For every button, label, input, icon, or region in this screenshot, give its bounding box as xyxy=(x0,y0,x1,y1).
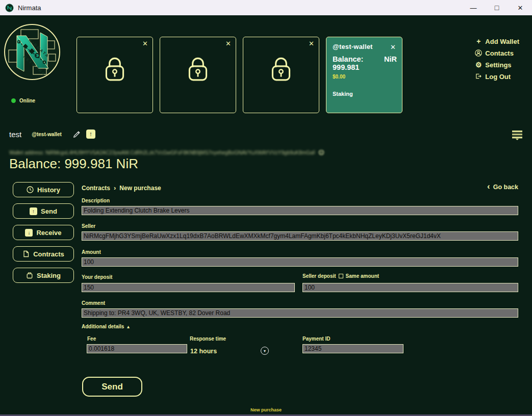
go-back-label: Go back xyxy=(493,184,518,191)
wallet-cards-row: ✕ ✕ ✕ xyxy=(77,37,402,113)
response-time-dropdown[interactable]: ▼ xyxy=(261,347,269,355)
seller-input[interactable] xyxy=(82,231,518,241)
wallet-handle: @test-wallet xyxy=(333,43,397,50)
wallet-balance: Balance: 999.981 xyxy=(333,55,384,71)
chevron-left-icon: ‹ xyxy=(487,182,490,191)
gear-icon: ⚙ xyxy=(475,61,482,68)
plus-icon: + xyxy=(475,38,482,45)
payment-id-label: Payment ID xyxy=(302,336,330,342)
document-icon xyxy=(22,250,30,257)
wallet-name: test xyxy=(9,130,21,139)
add-wallet-label: Add Wallet xyxy=(485,38,519,45)
go-back-button[interactable]: ‹ Go back xyxy=(487,183,518,191)
balance-heading: Balance: 999.981 NiR xyxy=(9,156,138,172)
lock-icon xyxy=(266,53,296,85)
app-logo-icon xyxy=(5,4,14,12)
close-icon[interactable]: ✕ xyxy=(390,44,396,50)
online-dot-icon xyxy=(11,98,16,103)
active-wallet-card[interactable]: ✕ @test-wallet Balance: 999.981 NiR $0.0… xyxy=(326,37,402,113)
sidebar-label: History xyxy=(37,186,60,194)
additional-details-label: Additional details xyxy=(82,324,124,329)
maximize-button[interactable]: □ xyxy=(485,0,509,15)
box-icon xyxy=(26,272,33,279)
fee-input[interactable] xyxy=(87,344,187,353)
description-label: Description xyxy=(82,198,110,203)
sidebar-item-staking[interactable]: Staking xyxy=(13,268,74,283)
window-titlebar: Nirmata — □ ✕ xyxy=(0,0,532,15)
arrow-up-box-icon: ↑ xyxy=(30,207,37,215)
copy-icon[interactable] xyxy=(318,149,324,155)
sidebar-label: Staking xyxy=(37,272,61,279)
contacts-label: Contacts xyxy=(485,49,514,57)
sidebar-nav: History ↑ Send ↓ Receive Contracts xyxy=(13,182,74,283)
sidebar-label: Receive xyxy=(36,229,61,237)
window-title: Nirmata xyxy=(18,4,41,12)
settings-button[interactable]: ⚙ Settings xyxy=(475,61,511,69)
response-time-label: Response time xyxy=(190,336,226,342)
amount-label: Amount xyxy=(82,249,101,255)
your-deposit-input[interactable] xyxy=(82,283,295,292)
logout-icon xyxy=(475,73,482,80)
description-input[interactable] xyxy=(82,206,518,215)
breadcrumb: Contracts › New purchase xyxy=(82,184,161,192)
sidebar-item-contracts[interactable]: Contracts xyxy=(13,246,74,262)
online-label: Online xyxy=(19,98,35,103)
settings-label: Settings xyxy=(485,61,511,69)
logout-button[interactable]: Log Out xyxy=(475,72,511,81)
seller-deposit-label: Seller deposit xyxy=(302,273,336,279)
caret-down-icon: ▼ xyxy=(263,349,267,353)
wallet-currency: NiR xyxy=(384,55,397,71)
export-wallet-button[interactable]: ↑ xyxy=(86,129,95,139)
payment-id-input[interactable] xyxy=(302,344,403,353)
collapse-wallets-icon[interactable] xyxy=(512,131,523,140)
response-time-value: 12 hours xyxy=(190,348,217,355)
chevron-right-icon: › xyxy=(114,184,116,192)
same-amount-label: Same amount xyxy=(346,273,379,279)
wallet-staking-label[interactable]: Staking xyxy=(333,91,397,97)
sidebar-item-receive[interactable]: ↓ Receive xyxy=(13,225,74,240)
breadcrumb-current: New purchase xyxy=(119,185,161,192)
minimize-button[interactable]: — xyxy=(462,0,485,15)
wallet-address-row: Wallet address: NiRMcgxL4HU9HYVSA2AC23yw… xyxy=(9,149,324,155)
wallet-address-blurred: Wallet address: NiRMcgxL4HU9HYVSA2AC23yw… xyxy=(9,150,315,155)
locked-wallet-card[interactable]: ✕ xyxy=(77,37,153,113)
send-submit-button[interactable]: Send xyxy=(82,377,142,397)
locked-wallet-card[interactable]: ✕ xyxy=(243,37,319,113)
new-purchase-form: Contracts › New purchase ‹ Go back Descr… xyxy=(82,181,518,405)
close-icon[interactable]: ✕ xyxy=(142,40,148,47)
clock-icon xyxy=(27,186,34,193)
amount-input[interactable] xyxy=(82,257,518,267)
close-icon[interactable]: ✕ xyxy=(309,40,314,47)
app-window: Nirmata — □ ✕ xyxy=(0,0,532,416)
contact-icon xyxy=(475,49,482,57)
breadcrumb-contracts[interactable]: Contracts xyxy=(82,185,110,192)
quick-menu: + Add Wallet Contacts ⚙ Settings xyxy=(475,37,519,81)
add-wallet-button[interactable]: + Add Wallet xyxy=(475,37,519,45)
same-amount-checkbox[interactable] xyxy=(339,274,343,278)
connection-status: Online xyxy=(11,98,35,103)
seller-deposit-input[interactable] xyxy=(302,283,518,292)
seller-label: Seller xyxy=(82,223,95,229)
comment-input[interactable] xyxy=(82,308,518,318)
your-deposit-label: Your deposit xyxy=(82,274,112,280)
sidebar-item-send[interactable]: ↑ Send xyxy=(13,203,74,219)
lock-icon xyxy=(183,53,213,85)
additional-details-toggle[interactable]: Additional details ▴ xyxy=(82,324,130,329)
contacts-button[interactable]: Contacts xyxy=(475,49,514,57)
logout-label: Log Out xyxy=(485,73,511,81)
sidebar-label: Contracts xyxy=(33,250,64,258)
fee-label: Fee xyxy=(87,336,96,342)
wallet-name-row: test @test-wallet ↑ xyxy=(9,129,95,139)
caret-up-icon: ▴ xyxy=(127,324,130,329)
comment-label: Comment xyxy=(82,300,105,306)
edit-pencil-icon[interactable] xyxy=(73,130,82,139)
close-button[interactable]: ✕ xyxy=(509,0,532,15)
locked-wallet-card[interactable]: ✕ xyxy=(160,37,236,113)
lock-icon xyxy=(100,53,130,85)
seller-deposit-header: Seller deposit Same amount xyxy=(302,273,379,279)
sidebar-item-history[interactable]: History xyxy=(13,182,74,197)
close-icon[interactable]: ✕ xyxy=(225,40,231,47)
wallet-handle-tag: @test-wallet xyxy=(32,132,62,137)
page-footer-label: New purchase xyxy=(250,407,282,412)
arrow-down-box-icon: ↓ xyxy=(25,229,33,237)
